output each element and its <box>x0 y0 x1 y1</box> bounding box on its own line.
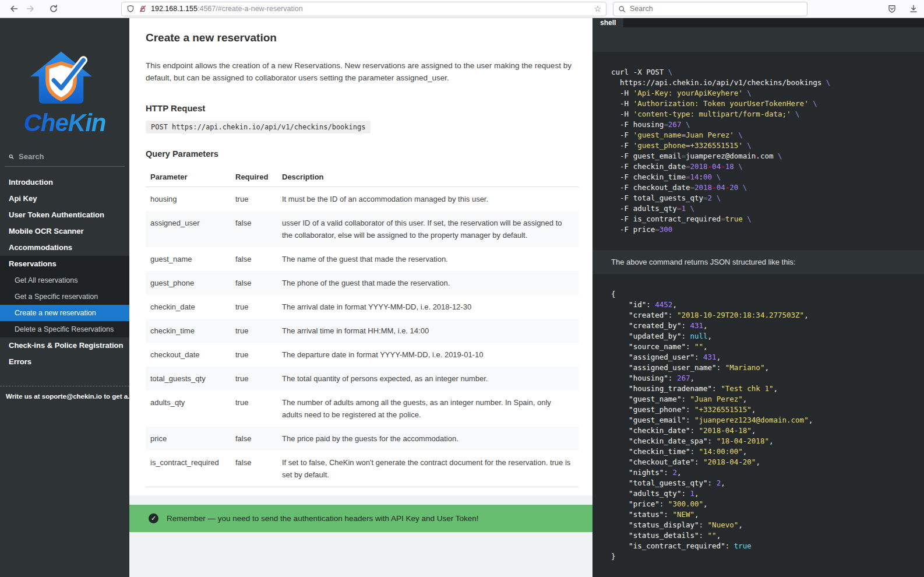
table-cell: The phone of the guest that made the res… <box>277 271 579 295</box>
code-line: https://api.chekin.io/api/v1/checkins/bo… <box>611 78 912 88</box>
table-cell: checkout_date <box>146 343 231 367</box>
sidebar-item-get-all-reservations[interactable]: Get All reservations <box>0 272 129 288</box>
code-line: -F 'guest_name=Juan Perez' \ <box>611 130 912 140</box>
intro-paragraph: This endpoint allows the creation of a n… <box>146 59 574 84</box>
downloads-icon[interactable] <box>909 4 918 13</box>
check-circle-icon: ✓ <box>149 513 158 523</box>
table-cell: The name of the guest that made the rese… <box>277 247 579 271</box>
sidebar-item-introduction[interactable]: Introduction <box>0 174 129 191</box>
sidebar-item-mobile-ocr-scanner[interactable]: Mobile OCR Scanner <box>0 223 129 240</box>
table-row: checkin_datetrueThe arrival date in form… <box>146 295 579 319</box>
query-params-table: ParameterRequiredDescription housingtrue… <box>146 167 579 487</box>
code-line: -H 'Api-Key: yourApiKeyhere' \ <box>611 88 912 98</box>
table-cell: The arrival time in format HH:MM, i.e. 1… <box>277 319 579 343</box>
sidebar-item-delete-a-specific-reservations[interactable]: Delete a Specific Reservations <box>0 321 129 337</box>
code-line: "housing_tradename": "Test chk 1", <box>611 384 912 394</box>
code-line: -F housing=267 \ <box>611 119 912 130</box>
table-cell: The price paid by the guests for the acc… <box>277 427 579 451</box>
table-cell: housing <box>146 187 231 212</box>
sidebar-item-check-ins-police-registration[interactable]: Check-ins & Police Registration <box>0 337 129 354</box>
code-line: "checkin_date": "2018-04-18", <box>611 425 912 436</box>
chekin-logo[interactable]: CheKin <box>24 48 106 137</box>
table-cell: price <box>146 427 231 451</box>
table-row: guest_phonefalseThe phone of the guest t… <box>146 271 579 295</box>
table-cell: usser ID of a valid collaborator of this… <box>277 211 579 247</box>
code-line: "status_display": "Nuevo", <box>611 520 912 530</box>
browser-search-input[interactable] <box>630 5 802 13</box>
table-cell: guest_phone <box>146 271 231 295</box>
search-icon <box>618 5 626 13</box>
code-line: "created_by": 431, <box>611 321 912 331</box>
code-line: "housing": 267, <box>611 373 912 384</box>
code-line: "adults_qty": 1, <box>611 488 912 499</box>
http-request-heading: HTTP Request <box>146 103 579 113</box>
table-cell: false <box>231 247 277 271</box>
code-line: -F checkin_date=2018-04-18 \ <box>611 161 912 172</box>
search-icon <box>9 153 14 161</box>
table-cell: The total quantity of persons expected, … <box>277 367 579 390</box>
code-line: "status": "NEW", <box>611 509 912 520</box>
table-row: total_guests_qtytrueThe total quantity o… <box>146 367 579 390</box>
tab-shell[interactable]: shell <box>593 18 623 27</box>
table-cell: checkin_date <box>146 295 231 319</box>
table-row: guest_namefalseThe name of the guest tha… <box>146 247 579 271</box>
sidebar-nav: IntroductionApi KeyUser Token Authentica… <box>0 174 129 370</box>
code-line: curl -X POST \ <box>611 67 912 78</box>
sidebar-item-api-key[interactable]: Api Key <box>0 191 129 207</box>
table-cell: is_contract_required <box>146 451 231 487</box>
reload-icon <box>49 4 58 13</box>
code-line: "source_name": "", <box>611 342 912 352</box>
column-header: Required <box>231 167 277 187</box>
query-params-heading: Query Parameters <box>146 149 579 159</box>
code-line: "total_guests_qty": 2, <box>611 478 912 488</box>
code-annotation: The above command returns JSON structure… <box>593 250 924 274</box>
sidebar-item-errors[interactable]: Errors <box>0 354 129 370</box>
browser-chrome: 192.168.1.155:4567/#create-a-new-reserva… <box>0 0 924 18</box>
code-line: -F total_guests_qty=2 \ <box>611 193 912 203</box>
code-line: -F is_contract_required=true \ <box>611 214 912 224</box>
table-cell: total_guests_qty <box>146 367 231 390</box>
table-cell: true <box>231 390 277 427</box>
table-header-row: ParameterRequiredDescription <box>146 167 579 187</box>
code-line: { <box>611 289 912 300</box>
back-button[interactable] <box>6 1 22 16</box>
sidebar-item-accommodations[interactable]: Accommodations <box>0 240 129 256</box>
sidebar-search-input[interactable] <box>19 152 121 161</box>
table-cell: true <box>231 187 277 212</box>
sidebar-item-reservations[interactable]: Reservations <box>0 256 129 272</box>
code-line: "checkin_time": "14:00:00", <box>611 446 912 457</box>
table-cell: true <box>231 343 277 367</box>
url-bar[interactable]: 192.168.1.155:4567/#create-a-new-reserva… <box>121 2 606 16</box>
pocket-badge-icon[interactable] <box>887 4 897 13</box>
sidebar-item-create-a-new-reservation[interactable]: Create a new reservation <box>0 305 129 321</box>
code-line: "updated_by": null, <box>611 331 912 342</box>
success-notice: ✓ Remember — you need to send the authen… <box>129 505 593 532</box>
chekin-wordmark: CheKin <box>24 109 106 137</box>
table-cell: guest_name <box>146 247 231 271</box>
forward-button[interactable] <box>22 1 38 16</box>
table-cell: If set to false, CheKin won't generate t… <box>277 451 579 487</box>
table-row: assigned_userfalseusser ID of a valid co… <box>146 211 579 247</box>
forward-arrow-icon <box>26 4 35 13</box>
bookmark-star-icon[interactable]: ☆ <box>594 5 601 13</box>
table-cell: false <box>231 427 277 451</box>
code-line: "guest_phone": "+3326551515", <box>611 404 912 415</box>
chekin-house-icon <box>24 48 98 108</box>
browser-search-bar[interactable] <box>613 2 807 16</box>
code-line: "created": "2018-10-29T20:18:34.277503Z"… <box>611 310 912 321</box>
table-cell: true <box>231 367 277 390</box>
sidebar-item-user-token-authentication[interactable]: User Token Authentication <box>0 207 129 223</box>
sidebar-item-get-a-specific-reservation[interactable]: Get a Specific reservation <box>0 288 129 305</box>
table-cell: true <box>231 319 277 343</box>
back-arrow-icon <box>9 4 19 13</box>
code-line: "checkin_date_spa": "18-04-2018", <box>611 436 912 446</box>
code-line: -F checkout_date=2018-04-20 \ <box>611 182 912 193</box>
sidebar-search[interactable] <box>5 152 125 167</box>
page-title: Create a new reservation <box>146 31 579 44</box>
table-cell: The departure date in format YYYY-MM-DD,… <box>277 343 579 367</box>
code-line: "is_contract_required": true <box>611 541 912 551</box>
table-cell: false <box>231 211 277 247</box>
reload-button[interactable] <box>45 1 62 16</box>
code-line: -F checkin_time=14:00 \ <box>611 172 912 182</box>
table-row: housingtrueIt must be the ID of an accom… <box>146 187 579 212</box>
